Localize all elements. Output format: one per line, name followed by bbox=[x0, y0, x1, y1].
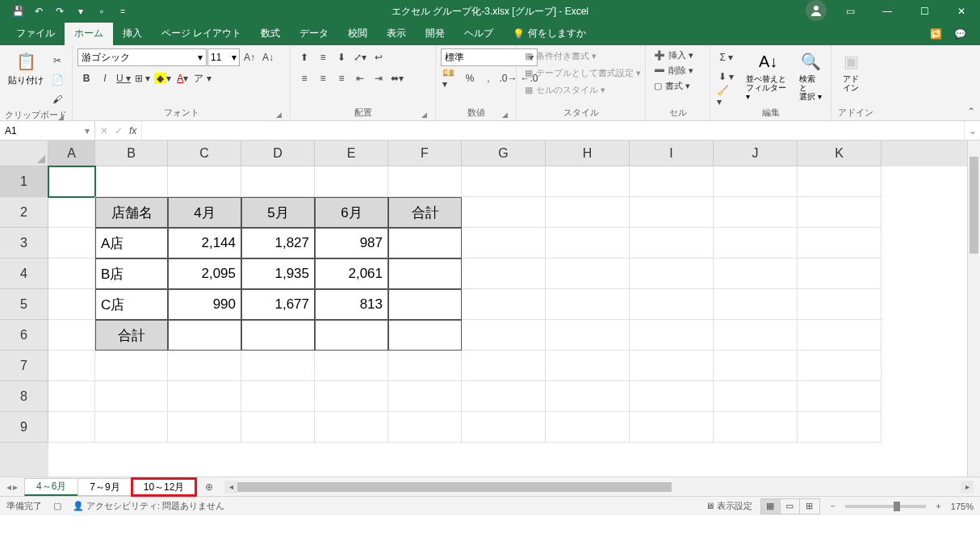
row-header-9[interactable]: 9 bbox=[0, 412, 48, 443]
font-name-select[interactable]: 游ゴシック▾ bbox=[77, 48, 207, 66]
number-dialog-icon[interactable]: ◢ bbox=[500, 108, 509, 118]
tab-formula[interactable]: 数式 bbox=[251, 22, 290, 45]
row-header-1[interactable]: 1 bbox=[0, 166, 48, 197]
cell-F8[interactable] bbox=[388, 381, 462, 412]
border-icon[interactable]: ⊞ ▾ bbox=[133, 69, 152, 87]
qat-more-icon[interactable]: ▾ bbox=[71, 2, 90, 21]
minimize-icon[interactable]: ― bbox=[869, 0, 906, 23]
cell-F4[interactable] bbox=[388, 258, 462, 289]
col-header-K[interactable]: K bbox=[798, 141, 882, 166]
cell-I3[interactable] bbox=[630, 228, 714, 258]
view-layout-icon[interactable]: ▭ bbox=[781, 499, 800, 514]
cell-J7[interactable] bbox=[714, 351, 798, 381]
phonetic-icon[interactable]: ア ▾ bbox=[192, 69, 212, 87]
save-icon[interactable]: 💾 bbox=[8, 2, 27, 21]
view-normal-icon[interactable]: ▦ bbox=[761, 499, 781, 514]
cell-A7[interactable] bbox=[48, 351, 95, 381]
cell-K7[interactable] bbox=[798, 351, 882, 381]
cell-D7[interactable] bbox=[241, 351, 315, 381]
cell-E3[interactable]: 987 bbox=[315, 228, 388, 258]
vertical-scrollbar[interactable] bbox=[967, 141, 980, 477]
tab-file[interactable]: ファイル bbox=[6, 22, 65, 45]
cell-K5[interactable] bbox=[798, 289, 882, 320]
tab-dev[interactable]: 開発 bbox=[416, 22, 454, 45]
paste-button[interactable]: 📋 貼り付け bbox=[5, 48, 47, 88]
align-right-icon[interactable]: ≡ bbox=[333, 69, 350, 87]
align-dialog-icon[interactable]: ◢ bbox=[419, 108, 429, 118]
cell-H9[interactable] bbox=[546, 412, 630, 443]
format-cells-button[interactable]: ▢書式 ▾ bbox=[651, 79, 697, 93]
cell-C8[interactable] bbox=[168, 381, 241, 412]
tab-view[interactable]: 表示 bbox=[377, 22, 416, 45]
row-header-3[interactable]: 3 bbox=[0, 228, 48, 258]
cell-J2[interactable] bbox=[714, 197, 798, 228]
zoom-out-icon[interactable]: － bbox=[828, 500, 837, 512]
font-dialog-icon[interactable]: ◢ bbox=[274, 108, 283, 118]
decrease-font-icon[interactable]: A↓ bbox=[259, 48, 277, 66]
new-sheet-button[interactable]: ⊕ bbox=[200, 478, 218, 496]
cell-E2[interactable]: 6月 bbox=[315, 197, 388, 228]
sort-filter-button[interactable]: A↓並べ替えと フィルター ▾ bbox=[743, 48, 794, 103]
font-color-icon[interactable]: A▾ bbox=[174, 69, 191, 87]
hscroll-right-icon[interactable]: ▸ bbox=[961, 481, 974, 494]
cell-A6[interactable] bbox=[48, 320, 95, 351]
merge-icon[interactable]: ⬌▾ bbox=[388, 69, 406, 87]
cell-D4[interactable]: 1,935 bbox=[241, 258, 315, 289]
cell-J5[interactable] bbox=[714, 289, 798, 320]
fx-icon[interactable]: fx bbox=[129, 125, 136, 136]
bold-button[interactable]: B bbox=[77, 69, 95, 87]
cell-D3[interactable]: 1,827 bbox=[241, 228, 315, 258]
orientation-icon[interactable]: ⤢▾ bbox=[351, 48, 369, 66]
cell-C7[interactable] bbox=[168, 351, 241, 381]
col-header-F[interactable]: F bbox=[388, 141, 462, 166]
cell-E7[interactable] bbox=[315, 351, 388, 381]
cell-I4[interactable] bbox=[630, 258, 714, 289]
currency-icon[interactable]: 💴▾ bbox=[441, 69, 460, 87]
row-header-6[interactable]: 6 bbox=[0, 320, 48, 351]
fill-color-icon[interactable]: ◆▾ bbox=[153, 69, 173, 87]
cell-I2[interactable] bbox=[630, 197, 714, 228]
cell-F1[interactable] bbox=[388, 166, 462, 197]
cell-D8[interactable] bbox=[241, 381, 315, 412]
col-header-B[interactable]: B bbox=[95, 141, 168, 166]
cell-E5[interactable]: 813 bbox=[315, 289, 388, 320]
row-header-7[interactable]: 7 bbox=[0, 351, 48, 381]
cell-B5[interactable]: C店 bbox=[95, 289, 168, 320]
cell-B3[interactable]: A店 bbox=[95, 228, 168, 258]
cell-A1[interactable] bbox=[48, 166, 95, 197]
increase-font-icon[interactable]: A↑ bbox=[241, 48, 258, 66]
autosum-icon[interactable]: Σ ▾ bbox=[715, 48, 738, 66]
expand-fx-icon[interactable]: ⌄ bbox=[964, 121, 980, 140]
clear-icon[interactable]: 🧹 ▾ bbox=[715, 87, 738, 105]
cell-B6[interactable]: 合計 bbox=[95, 320, 168, 351]
maximize-icon[interactable]: ☐ bbox=[906, 0, 943, 23]
cell-K9[interactable] bbox=[798, 412, 882, 443]
cell-F6[interactable] bbox=[388, 320, 462, 351]
zoom-in-icon[interactable]: ＋ bbox=[934, 500, 943, 512]
cell-I6[interactable] bbox=[630, 320, 714, 351]
cell-F7[interactable] bbox=[388, 351, 462, 381]
cell-B8[interactable] bbox=[95, 381, 168, 412]
tab-home[interactable]: ホーム bbox=[65, 22, 113, 45]
tab-insert[interactable]: 挿入 bbox=[113, 22, 152, 45]
select-all-corner[interactable] bbox=[0, 141, 48, 166]
col-header-C[interactable]: C bbox=[168, 141, 241, 166]
zoom-value[interactable]: 175% bbox=[951, 502, 974, 511]
comma-icon[interactable]: , bbox=[480, 69, 497, 87]
cell-G2[interactable] bbox=[462, 197, 546, 228]
cell-D2[interactable]: 5月 bbox=[241, 197, 315, 228]
vscroll-thumb[interactable] bbox=[970, 157, 978, 254]
sheet-next-icon[interactable]: ▸ bbox=[13, 481, 18, 493]
cell-E1[interactable] bbox=[315, 166, 388, 197]
tab-help[interactable]: ヘルプ bbox=[454, 22, 503, 45]
conditional-format-button[interactable]: ▦条件付き書式 ▾ bbox=[521, 48, 644, 64]
cell-G3[interactable] bbox=[462, 228, 546, 258]
comments-icon[interactable]: 💬 bbox=[948, 23, 972, 45]
cell-H5[interactable] bbox=[546, 289, 630, 320]
format-as-table-button[interactable]: ▦テーブルとして書式設定 ▾ bbox=[521, 65, 644, 81]
cell-C2[interactable]: 4月 bbox=[168, 197, 241, 228]
redo-icon[interactable]: ↷ bbox=[50, 2, 69, 21]
cell-F9[interactable] bbox=[388, 412, 462, 443]
cell-G9[interactable] bbox=[462, 412, 546, 443]
cell-styles-button[interactable]: ▦セルのスタイル ▾ bbox=[521, 82, 644, 98]
